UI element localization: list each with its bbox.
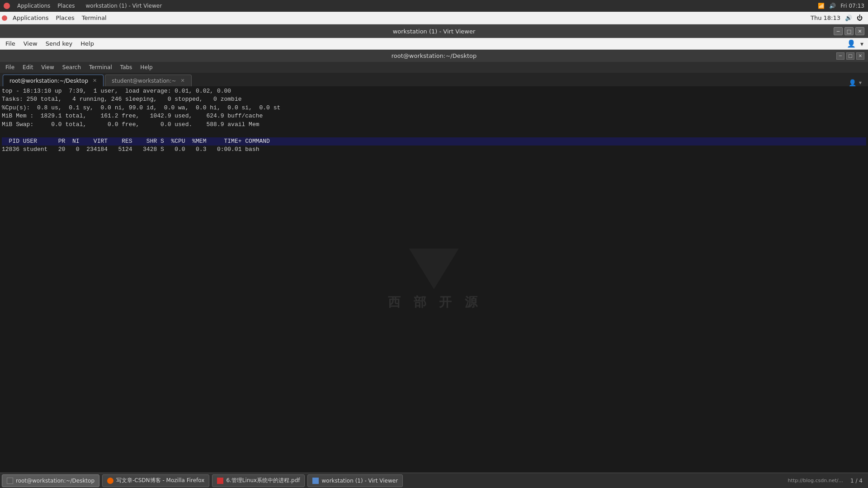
- terminal-search-menu[interactable]: Search: [59, 63, 85, 71]
- virt-viewer-maximize-button[interactable]: □: [844, 27, 854, 35]
- terminal-tab-2-label: student@workstation:~: [112, 78, 176, 84]
- terminal-terminal-menu[interactable]: Terminal: [85, 63, 116, 71]
- host-appbar-time: Thu 18:13: [811, 14, 840, 21]
- host-window-title: workstation (1) - Virt Viewer: [85, 3, 162, 9]
- virt-viewer-minimize-button[interactable]: ─: [834, 27, 843, 35]
- terminal-tab-2[interactable]: student@workstation:~ ✕: [105, 75, 192, 86]
- virt-viewer-titlebar: workstation (1) - Virt Viewer ─ □ ✕: [0, 24, 868, 38]
- host-appbar-dot: [2, 15, 7, 21]
- virt-viewer-controls: ─ □ ✕: [834, 27, 864, 35]
- host-app-dot: [4, 3, 10, 9]
- guest-content: root@workstation:~/Desktop ─ □ ✕ File Ed…: [0, 50, 868, 473]
- watermark-text: 西 部 开 源: [388, 294, 480, 311]
- top-line-4: MiB Mem : 1829.1 total, 161.2 free, 1042…: [2, 112, 866, 120]
- host-appbar: Applications Places Terminal Thu 18:13 🔊…: [0, 12, 868, 24]
- taskbar-firefox-icon: [107, 478, 113, 484]
- terminal-tab-icon-user: 👤: [849, 79, 856, 86]
- host-places-label[interactable]: Places: [57, 3, 75, 9]
- taskbar: root@workstation:~/Desktop 写文章-CSDN博客 - …: [0, 473, 868, 488]
- network-icon: 📶: [818, 3, 825, 9]
- taskbar-firefox-item[interactable]: 写文章-CSDN博客 - Mozilla Firefox: [102, 474, 209, 487]
- watermark: 西 部 开 源: [388, 249, 480, 311]
- top-line-1: top - 18:13:10 up 7:39, 1 user, load ave…: [2, 87, 866, 95]
- terminal-file-menu[interactable]: File: [2, 63, 18, 71]
- host-appbar-terminal[interactable]: Terminal: [78, 14, 110, 22]
- terminal-tabs-menu[interactable]: Tabs: [117, 63, 136, 71]
- terminal-tabs: root@workstation:~/Desktop ✕ student@wor…: [0, 73, 868, 86]
- terminal-output: 西 部 开 源 top - 18:13:10 up 7:39, 1 user, …: [0, 86, 868, 473]
- terminal-title: root@workstation:~/Desktop: [392, 52, 477, 59]
- host-applications-label[interactable]: Applications: [17, 3, 50, 9]
- top-line-3: %Cpu(s): 0.8 us, 0.1 sy, 0.0 ni, 99.0 id…: [2, 104, 866, 112]
- terminal-title-controls: ─ □ ✕: [836, 52, 864, 60]
- top-line-2: Tasks: 250 total, 4 running, 246 sleepin…: [2, 95, 866, 103]
- vv-right-icon2: ▾: [860, 40, 863, 47]
- taskbar-virt-item[interactable]: workstation (1) - Virt Viewer: [307, 474, 403, 487]
- virt-viewer-title: workstation (1) - Virt Viewer: [393, 28, 476, 35]
- watermark-triangle: [409, 249, 459, 289]
- host-appbar-right: Thu 18:13 🔊 ⏻: [811, 14, 866, 21]
- host-topbar: Applications Places workstation (1) - Vi…: [0, 0, 868, 12]
- vv-view-menu[interactable]: View: [20, 39, 41, 48]
- taskbar-pdf-icon: [217, 478, 223, 484]
- terminal-tab-right-icons: 👤 ▾: [849, 79, 865, 86]
- taskbar-virt-label: workstation (1) - Virt Viewer: [321, 478, 398, 484]
- taskbar-firefox-label: 写文章-CSDN博客 - Mozilla Firefox: [116, 477, 204, 484]
- host-topbar-right: 📶 🔊 Fri 07:13: [818, 3, 864, 9]
- sound-icon: 🔊: [829, 3, 836, 9]
- host-time: Fri 07:13: [840, 3, 864, 9]
- terminal-tab-1-close[interactable]: ✕: [93, 78, 97, 84]
- taskbar-terminal-icon: [7, 478, 13, 484]
- host-appbar-power-icon: ⏻: [857, 14, 863, 21]
- virt-viewer-close-button[interactable]: ✕: [855, 27, 864, 35]
- terminal-close-button[interactable]: ✕: [856, 52, 864, 60]
- terminal-view-menu[interactable]: View: [38, 63, 57, 71]
- terminal-help-menu[interactable]: Help: [137, 63, 156, 71]
- virt-viewer-menubar: File View Send key Help 👤 ▾: [0, 38, 868, 50]
- taskbar-terminal-item[interactable]: root@workstation:~/Desktop: [2, 474, 99, 487]
- screen-container: Applications Places workstation (1) - Vi…: [0, 0, 868, 488]
- terminal-tab-1[interactable]: root@workstation:~/Desktop ✕: [3, 75, 104, 86]
- host-appbar-places[interactable]: Places: [52, 14, 78, 22]
- process-header: PID USER PR NI VIRT RES SHR S %CPU %MEM …: [2, 137, 866, 145]
- taskbar-page-count: 1 / 4: [850, 478, 863, 484]
- host-appbar-applications[interactable]: Applications: [9, 14, 52, 22]
- terminal-titlebar: root@workstation:~/Desktop ─ □ ✕: [0, 50, 868, 62]
- process-row-1: 12836 student 20 0 234184 5124 3428 S 0.…: [2, 145, 866, 154]
- terminal-menubar: File Edit View Search Terminal Tabs Help: [0, 62, 868, 73]
- taskbar-pdf-label: 6.管理Linux系统中的进程.pdf: [226, 477, 300, 484]
- taskbar-virt-icon: [312, 478, 319, 484]
- terminal-maximize-button[interactable]: □: [846, 52, 854, 60]
- taskbar-right: http://blog.csdn.net/... 1 / 4: [788, 478, 866, 484]
- top-line-5: MiB Swap: 0.0 total, 0.0 free, 0.0 used.…: [2, 121, 866, 129]
- taskbar-terminal-label: root@workstation:~/Desktop: [16, 478, 94, 484]
- taskbar-url: http://blog.csdn.net/...: [788, 478, 843, 483]
- terminal-minimize-button[interactable]: ─: [836, 52, 844, 60]
- vv-menubar-right: 👤 ▾: [847, 39, 866, 48]
- top-line-6: [2, 129, 866, 137]
- host-topbar-left: Applications Places workstation (1) - Vi…: [4, 3, 162, 9]
- vv-right-icon1: 👤: [847, 39, 856, 48]
- vv-sendkey-menu[interactable]: Send key: [42, 39, 76, 48]
- terminal-tab-icon-arrow[interactable]: ▾: [859, 80, 862, 86]
- terminal-tab-1-label: root@workstation:~/Desktop: [9, 78, 88, 84]
- vv-help-menu[interactable]: Help: [77, 39, 98, 48]
- vv-file-menu[interactable]: File: [2, 39, 19, 48]
- taskbar-pdf-item[interactable]: 6.管理Linux系统中的进程.pdf: [212, 474, 305, 487]
- virt-viewer-window: workstation (1) - Virt Viewer ─ □ ✕ File…: [0, 24, 868, 473]
- terminal-edit-menu[interactable]: Edit: [19, 63, 37, 71]
- terminal-tab-2-close[interactable]: ✕: [181, 78, 185, 84]
- host-appbar-sound-icon: 🔊: [845, 14, 852, 21]
